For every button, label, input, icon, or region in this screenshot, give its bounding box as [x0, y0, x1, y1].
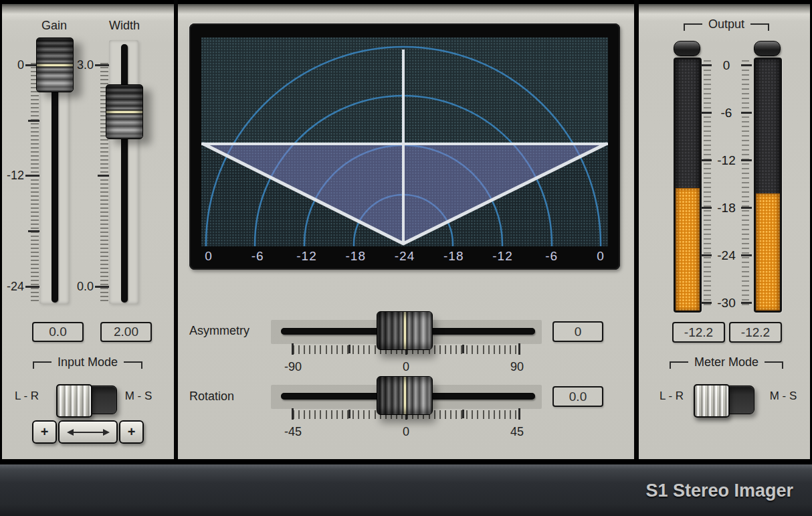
input-mode-toggle[interactable] [57, 385, 117, 414]
bracket-left-icon [670, 361, 688, 369]
rotation-slider-handle[interactable] [377, 376, 433, 415]
meter-scale-24: -24 [713, 248, 740, 263]
meter-mode-ms-label: M - S [763, 390, 804, 403]
input-mode-lr-label: L - R [7, 390, 47, 403]
asymmetry-tick-max: 90 [502, 360, 532, 374]
left-right-arrow-icon [66, 428, 110, 437]
gain-scale-12: -12 [1, 169, 24, 183]
input-mode-toggle-handle[interactable] [56, 384, 92, 418]
asymmetry-tick-min: -90 [278, 360, 308, 374]
width-scale-0: 0.0 [70, 280, 94, 294]
rotation-value-display[interactable]: 0.0 [552, 386, 603, 407]
output-meter-right-value[interactable]: -12.2 [729, 322, 782, 343]
input-mode-label: Input Mode [58, 355, 118, 369]
nudge-range-button[interactable] [58, 420, 118, 444]
bracket-left-icon [684, 23, 702, 31]
bracket-right-icon [765, 361, 783, 369]
rotation-label: Rotation [189, 390, 263, 404]
asymmetry-tick-mid: 0 [391, 360, 421, 374]
meter-mode-lr-label: L - R [651, 390, 692, 403]
gain-fader-ticks [31, 63, 39, 301]
width-fader-track[interactable] [121, 44, 128, 303]
right-clip-led[interactable] [754, 41, 781, 56]
gain-value-display[interactable]: 0.0 [32, 322, 84, 342]
rotation-tick-min: -45 [278, 425, 308, 439]
meter-scale-30: -30 [713, 296, 740, 311]
width-scale-3: 3.0 [70, 58, 94, 72]
width-value-display[interactable]: 2.00 [100, 322, 152, 342]
output-meter-left-fill [676, 188, 700, 311]
asymmetry-value-display[interactable]: 0 [552, 321, 603, 342]
gain-fader-handle[interactable] [36, 37, 74, 92]
title-bar: S1 Stereo Imager [0, 463, 812, 516]
s1-stereo-imager-window: Gain Width 0 -12 -24 3.0 0.0 0.0 2.00 In… [0, 0, 812, 516]
output-meter-left [674, 58, 702, 313]
display-bottom-scale: 0 -6 -12 -18 -24 -18 -12 -6 0 [195, 249, 615, 266]
asymmetry-slider-handle[interactable] [377, 311, 433, 350]
meter-scale-12: -12 [713, 153, 740, 168]
gain-scale-0: 0 [1, 58, 24, 72]
meter-scale-0: 0 [713, 58, 740, 73]
meter-mode-toggle-handle[interactable] [694, 384, 730, 418]
gain-label: Gain [35, 19, 74, 33]
meter-scale-ticks-right [742, 60, 749, 307]
input-mode-header: Input Mode [13, 355, 162, 369]
meter-scale-18: -18 [713, 201, 740, 216]
bracket-right-icon [750, 23, 769, 31]
output-meter-right [754, 58, 782, 313]
rotation-tick-max: 45 [502, 425, 532, 439]
output-header: Output [659, 17, 794, 31]
meter-mode-header: Meter Mode [659, 355, 794, 369]
input-mode-ms-label: M - S [118, 390, 159, 403]
panel-divider-right [634, 0, 639, 459]
meter-scale-ticks-left [704, 60, 711, 307]
left-clip-led[interactable] [674, 41, 700, 56]
width-fader-handle[interactable] [106, 84, 143, 139]
asymmetry-label: Asymmetry [189, 324, 276, 338]
gain-scale-24: -24 [1, 280, 24, 294]
meter-mode-label: Meter Mode [694, 355, 758, 369]
output-meter-left-value[interactable]: -12.2 [672, 322, 725, 343]
meter-scale-6: -6 [713, 106, 740, 120]
stereo-vector-display [201, 37, 608, 246]
nudge-right-button[interactable]: + [119, 420, 144, 444]
nudge-left-button[interactable]: + [32, 420, 57, 444]
output-label: Output [708, 17, 744, 31]
rotation-tick-mid: 0 [391, 425, 421, 439]
bracket-left-icon [33, 361, 52, 369]
plugin-title: S1 Stereo Imager [645, 481, 812, 501]
output-meter-right-fill [756, 193, 780, 311]
width-label: Width [104, 19, 145, 33]
meter-mode-toggle[interactable] [694, 385, 754, 414]
bracket-right-icon [124, 361, 142, 369]
